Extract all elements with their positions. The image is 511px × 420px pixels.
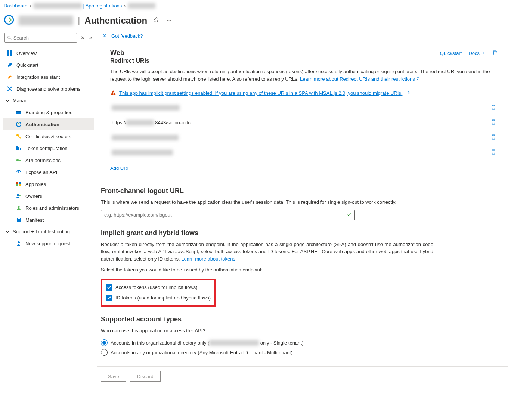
delete-platform-button[interactable] — [491, 49, 499, 57]
web-platform-card: Web Redirect URIs Quickstart Docs The UR… — [101, 43, 508, 178]
sidebar-item-expose-api[interactable]: Expose an API — [3, 166, 94, 178]
search-icon — [7, 35, 12, 40]
sidebar-item-owners[interactable]: Owners — [3, 190, 94, 202]
quickstart-icon — [7, 62, 13, 68]
sidebar-item-token-configuration[interactable]: Token configuration — [3, 142, 94, 154]
sidebar-item-certificates[interactable]: Certificates & secrets — [3, 130, 94, 142]
sidebar-item-new-support-request[interactable]: New support request — [3, 237, 94, 249]
key-icon — [16, 133, 22, 139]
pin-button[interactable] — [152, 15, 161, 25]
sidebar-item-label: Owners — [25, 193, 42, 199]
redirect-uri-value[interactable]: https://████████:8443/signin-oidc — [112, 120, 191, 125]
implicit-grant-section: Implicit grant and hybrid flows Request … — [101, 229, 433, 307]
docs-link[interactable]: Docs — [468, 50, 484, 56]
collapse-sidebar-button[interactable]: « — [89, 34, 93, 41]
svg-rect-9 — [16, 111, 21, 112]
sidebar-item-manifest[interactable]: Manifest — [3, 214, 94, 226]
svg-rect-18 — [19, 182, 21, 184]
chevron-down-icon — [5, 230, 10, 234]
sidebar-item-label: Authentication — [25, 122, 59, 127]
id-tokens-label: ID tokens (used for implicit and hybrid … — [115, 295, 211, 301]
redirect-uri-row: ████ █████████████ ██ — [110, 100, 499, 115]
delete-uri-button[interactable] — [490, 103, 497, 112]
warning-link[interactable]: This app has implicit grant settings ena… — [119, 90, 402, 96]
svg-point-16 — [18, 171, 19, 173]
svg-rect-4 — [10, 50, 12, 53]
sidebar-item-label: App roles — [25, 181, 46, 187]
feedback-icon — [102, 33, 108, 39]
sidebar-item-label: Quickstart — [16, 62, 38, 68]
logout-url-section: Front-channel logout URL This is where w… — [101, 187, 433, 220]
feedback-link[interactable]: Got feedback? — [111, 33, 143, 39]
learn-more-tokens-link[interactable]: Learn more about tokens. — [181, 256, 236, 262]
redirect-uris-title: Redirect URIs — [110, 57, 149, 64]
svg-rect-5 — [7, 53, 9, 56]
svg-point-21 — [17, 194, 19, 196]
search-box[interactable] — [4, 33, 77, 43]
access-tokens-label: Access tokens (used for implicit flows) — [115, 284, 198, 290]
sidebar-item-integration-assistant[interactable]: Integration assistant — [3, 71, 94, 83]
breadcrumb-dashboard[interactable]: Dashboard — [4, 3, 28, 9]
warning-icon — [110, 90, 116, 96]
sidebar-item-diagnose[interactable]: Diagnose and solve problems — [3, 83, 94, 95]
sidebar-item-api-permissions[interactable]: API permissions — [3, 154, 94, 166]
sidebar: ✕ « Overview Quickstart Integration assi… — [0, 29, 97, 393]
implicit-description: Request a token directly from the author… — [101, 241, 433, 263]
page-header: ██████ ███ | Authentication ⋯ — [0, 12, 511, 29]
delete-uri-button[interactable] — [490, 118, 497, 127]
sidebar-item-roles-administrators[interactable]: Roles and administrators — [3, 202, 94, 214]
svg-point-15 — [16, 159, 19, 161]
sidebar-item-authentication[interactable]: Authentication — [3, 118, 94, 130]
sidebar-item-branding[interactable]: Branding & properties — [3, 106, 94, 118]
logout-url-input[interactable] — [101, 210, 355, 220]
svg-rect-3 — [7, 50, 9, 53]
sidebar-item-label: Integration assistant — [16, 74, 60, 80]
svg-rect-6 — [10, 53, 12, 56]
multitenant-label: Accounts in any organizational directory… — [111, 350, 292, 355]
add-uri-link[interactable]: Add URI — [110, 165, 128, 171]
single-tenant-radio[interactable]: Accounts in this organizational director… — [101, 338, 499, 348]
delete-uri-button[interactable] — [490, 148, 497, 157]
branding-icon — [16, 109, 22, 115]
main-content: Got feedback? Web Redirect URIs Quicksta… — [97, 29, 508, 393]
more-button[interactable]: ⋯ — [165, 16, 173, 25]
svg-line-2 — [10, 38, 11, 40]
access-tokens-checkbox-row[interactable]: Access tokens (used for implicit flows) — [106, 282, 211, 293]
breadcrumb-directory[interactable]: ██████████████ | App registrations — [34, 3, 122, 9]
id-tokens-checkbox-row[interactable]: ID tokens (used for implicit and hybrid … — [106, 293, 211, 303]
expose-api-icon — [16, 169, 22, 175]
redirect-uri-value[interactable]: ████ ███████████████ — [112, 135, 179, 140]
redirect-uri-value[interactable]: ████████ █ ████████ — [112, 150, 173, 155]
clear-search-button[interactable]: ✕ — [80, 34, 86, 41]
sidebar-item-label: Manifest — [25, 217, 44, 223]
redirect-uri-row: ████████ █ ████████ — [110, 145, 499, 160]
search-input[interactable] — [13, 35, 74, 41]
breadcrumb: Dashboard › ██████████████ | App registr… — [0, 0, 511, 12]
sidebar-item-app-roles[interactable]: App roles — [3, 178, 94, 190]
save-button[interactable]: Save — [101, 371, 126, 382]
svg-point-27 — [18, 241, 20, 243]
sidebar-group-manage[interactable]: Manage — [3, 95, 94, 106]
delete-uri-button[interactable] — [490, 133, 497, 142]
quickstart-link[interactable]: Quickstart — [440, 50, 462, 56]
redirect-uris-description: The URIs we will accept as destinations … — [110, 68, 499, 83]
svg-point-0 — [4, 15, 13, 24]
discard-button[interactable]: Discard — [130, 371, 161, 382]
checkbox-checked-icon — [106, 284, 112, 291]
roles-admin-icon — [16, 205, 22, 211]
diagnose-icon — [7, 86, 13, 92]
rocket-icon — [7, 74, 13, 80]
sidebar-item-overview[interactable]: Overview — [3, 47, 94, 59]
account-types-description: Who can use this application or access t… — [101, 327, 499, 335]
highlighted-tokens-box: Access tokens (used for implicit flows) … — [101, 279, 216, 307]
learn-more-redirect-link[interactable]: Learn more about Redirect URIs and their… — [300, 76, 420, 82]
redirect-uri-value[interactable]: ████ █████████████ ██ — [112, 105, 180, 111]
radio-unselected-icon — [101, 349, 108, 356]
svg-point-23 — [18, 206, 20, 208]
sidebar-group-support[interactable]: Support + Troubleshooting — [3, 226, 94, 237]
sidebar-item-quickstart[interactable]: Quickstart — [3, 59, 94, 71]
redirect-uri-row: ████ ███████████████ — [110, 130, 499, 145]
multitenant-radio[interactable]: Accounts in any organizational directory… — [101, 348, 499, 357]
svg-rect-30 — [113, 94, 114, 95]
breadcrumb-app[interactable]: ████████ — [128, 3, 156, 9]
